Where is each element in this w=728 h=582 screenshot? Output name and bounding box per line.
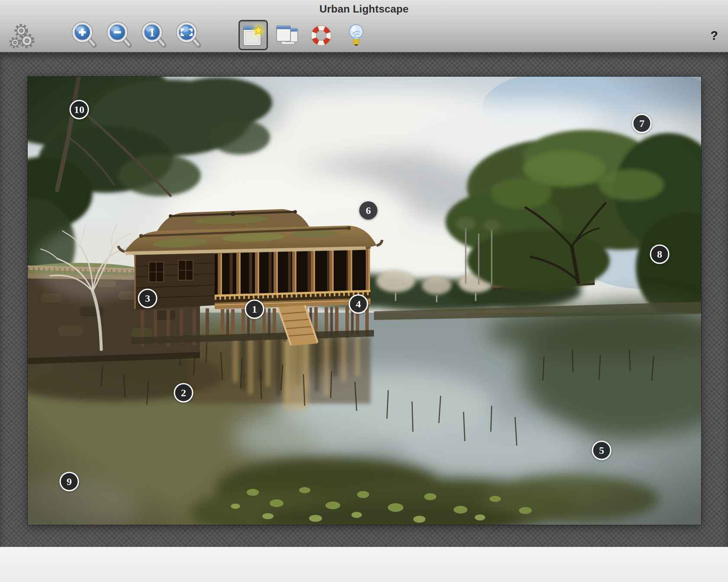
preview-enhanced-button[interactable]	[238, 20, 268, 50]
gears-icon	[8, 23, 35, 50]
lightbulb-icon	[344, 22, 368, 49]
svg-text:1: 1	[149, 26, 155, 39]
hint-button[interactable]	[344, 22, 368, 49]
window-star-icon	[240, 22, 267, 48]
dialog-footer: Cancel OK	[0, 547, 728, 582]
reset-button[interactable]	[307, 22, 335, 49]
control-point-marker-6[interactable]: 6	[359, 201, 377, 220]
zoom-in-button[interactable]	[70, 21, 98, 50]
toolbar: Urban Lightscape	[0, 0, 728, 52]
zoom-out-icon	[105, 21, 133, 50]
marker-layer: 12345678910	[28, 77, 701, 525]
control-point-marker-9[interactable]: 9	[60, 472, 79, 491]
zoom-actual-size-icon: 1	[139, 21, 168, 50]
photo-canvas[interactable]: 12345678910	[28, 77, 701, 525]
control-point-marker-4[interactable]: 4	[349, 294, 368, 314]
urban-lightscape-window: { "window": { "title": "Urban Lightscape…	[0, 0, 728, 582]
control-point-marker-7[interactable]: 7	[632, 114, 652, 133]
zoom-actual-size-button[interactable]: 1	[139, 21, 168, 50]
zoom-out-button[interactable]	[105, 21, 133, 50]
compare-original-button[interactable]	[274, 22, 301, 48]
zoom-fit-icon	[174, 21, 203, 50]
lifebuoy-icon	[307, 22, 335, 49]
control-point-marker-8[interactable]: 8	[650, 245, 670, 264]
control-point-marker-3[interactable]: 3	[138, 289, 158, 308]
control-point-marker-2[interactable]: 2	[174, 383, 193, 403]
zoom-fit-button[interactable]	[174, 21, 203, 50]
compare-windows-icon	[274, 22, 301, 48]
control-point-marker-10[interactable]: 10	[70, 100, 89, 120]
control-point-marker-5[interactable]: 5	[592, 441, 612, 460]
preferences-button[interactable]	[8, 23, 35, 50]
zoom-in-icon	[70, 21, 98, 50]
window-title: Urban Lightscape	[0, 3, 728, 15]
help-button[interactable]: ?	[705, 27, 723, 44]
control-point-marker-1[interactable]: 1	[245, 300, 264, 319]
